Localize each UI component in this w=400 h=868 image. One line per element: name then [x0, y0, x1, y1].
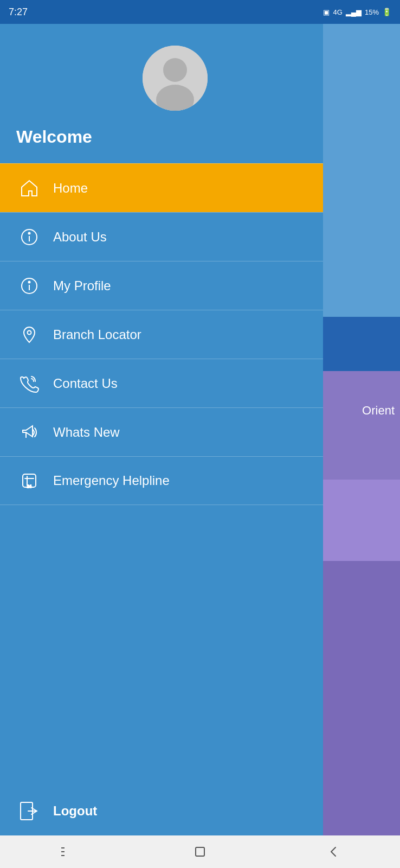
nav-drawer: Welcome Home About Us	[0, 24, 323, 835]
sidebar-item-emergency-label: Emergency Helpline	[53, 473, 170, 488]
nav-back-button[interactable]	[317, 841, 350, 863]
battery-icon: 🔋	[382, 8, 391, 16]
orient-text: Orient	[362, 404, 395, 418]
signal-icon: ▣	[323, 8, 330, 16]
signal-bars: ▂▄▆	[346, 8, 362, 16]
nav-home-button[interactable]	[184, 841, 216, 863]
sidebar-item-home[interactable]: Home	[0, 163, 323, 212]
right-panel-bottom	[320, 561, 400, 835]
profile-section: Welcome	[0, 24, 323, 163]
svg-point-8	[29, 281, 30, 283]
location-icon	[16, 322, 42, 348]
right-panel-mid1	[320, 317, 400, 371]
status-icons: ▣ 4G ▂▄▆ 15% 🔋	[323, 8, 391, 16]
phone-icon	[16, 371, 42, 397]
home-icon	[16, 175, 42, 201]
status-time: 7:27	[9, 7, 28, 18]
profile-icon	[16, 273, 42, 299]
right-background-panel	[320, 24, 400, 835]
sidebar-item-contact[interactable]: Contact Us	[0, 359, 323, 407]
sidebar-item-whats-new[interactable]: Whats New	[0, 407, 323, 456]
battery-level: 15%	[365, 8, 379, 16]
right-panel-mid3	[320, 480, 400, 561]
svg-point-5	[29, 232, 30, 234]
sidebar-item-branch-label: Branch Locator	[53, 327, 141, 342]
menu-list: Home About Us My Profile	[0, 163, 323, 787]
sidebar-item-branch[interactable]: Branch Locator	[0, 310, 323, 359]
svg-text:24: 24	[27, 484, 31, 488]
sidebar-item-emergency[interactable]: 24 Emergency Helpline	[0, 456, 323, 505]
sidebar-item-profile[interactable]: My Profile	[0, 261, 323, 310]
status-bar: 7:27 ▣ 4G ▂▄▆ 15% 🔋	[0, 0, 400, 24]
sidebar-item-about-label: About Us	[53, 229, 107, 245]
logout-icon	[16, 798, 42, 824]
nav-bar	[0, 835, 400, 868]
megaphone-icon	[16, 419, 42, 445]
avatar	[143, 46, 208, 111]
logout-label: Logout	[53, 803, 97, 819]
sidebar-item-whats-new-label: Whats New	[53, 425, 120, 440]
svg-point-1	[163, 58, 187, 82]
sidebar-item-profile-label: My Profile	[53, 278, 111, 293]
right-panel-top	[320, 24, 400, 317]
sidebar-item-about[interactable]: About Us	[0, 212, 323, 261]
network-type: 4G	[333, 8, 342, 16]
nav-menu-button[interactable]	[50, 841, 83, 863]
sidebar-item-contact-label: Contact Us	[53, 376, 118, 391]
info-icon	[16, 224, 42, 250]
welcome-text: Welcome	[16, 127, 92, 147]
logout-section[interactable]: Logout	[0, 787, 323, 835]
svg-rect-18	[196, 847, 204, 856]
right-panel-mid2	[320, 371, 400, 480]
emergency-icon: 24	[16, 468, 42, 494]
svg-point-9	[28, 330, 31, 334]
sidebar-item-home-label: Home	[53, 181, 88, 196]
